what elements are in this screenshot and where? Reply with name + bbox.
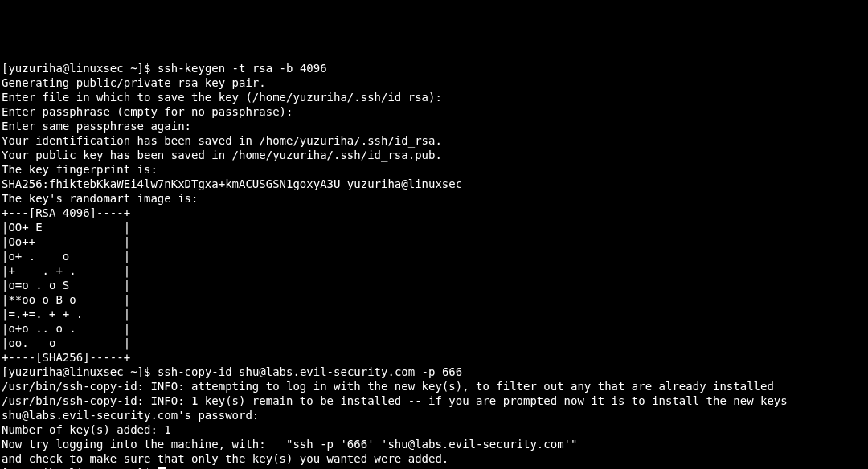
command-text: ssh-keygen -t rsa -b 4096 — [158, 62, 327, 75]
randomart-line: |o=o . o S | — [2, 278, 866, 292]
output-line: Your public key has been saved in /home/… — [2, 148, 866, 162]
randomart-line: |oo. o | — [2, 336, 866, 350]
command-text: ssh-copy-id shu@labs.evil-security.com -… — [158, 365, 462, 378]
shell-prompt: [yuzuriha@linuxsec ~]$ — [2, 62, 158, 75]
randomart-line: |o+ . o | — [2, 249, 866, 263]
randomart-line: |**oo o B o | — [2, 292, 866, 307]
output-line: Number of key(s) added: 1 — [2, 422, 866, 437]
output-line: Enter file in which to save the key (/ho… — [2, 90, 866, 104]
randomart-line: +---[RSA 4096]----+ — [2, 206, 866, 220]
output-line: Enter same passphrase again: — [2, 119, 866, 133]
shell-prompt: [yuzuriha@linuxsec ~]$ — [2, 365, 158, 378]
randomart-line: |OO+ E | — [2, 220, 866, 234]
output-line: The key fingerprint is: — [2, 162, 866, 177]
output-line: Generating public/private rsa key pair. — [2, 75, 866, 90]
output-line: Enter passphrase (empty for no passphras… — [2, 104, 866, 119]
output-line: Now try logging into the machine, with: … — [2, 437, 866, 451]
output-line: shu@labs.evil-security.com's password: — [2, 408, 866, 422]
randomart-line: |+ . + . | — [2, 263, 866, 278]
output-line: and check to make sure that only the key… — [2, 451, 866, 466]
output-line: /usr/bin/ssh-copy-id: INFO: attempting t… — [2, 379, 866, 394]
randomart-line: |=.+=. + + . | — [2, 307, 866, 321]
randomart-line: |Oo++ | — [2, 234, 866, 249]
randomart-line: |o+o .. o . | — [2, 321, 866, 336]
randomart-line: +----[SHA256]-----+ — [2, 350, 866, 365]
output-line: /usr/bin/ssh-copy-id: INFO: 1 key(s) rem… — [2, 394, 866, 408]
output-line: The key's randomart image is: — [2, 191, 866, 206]
output-line: Your identification has been saved in /h… — [2, 133, 866, 148]
terminal-output[interactable]: [yuzuriha@linuxsec ~]$ ssh-keygen -t rsa… — [2, 61, 866, 469]
output-line: SHA256:fhiktebKkaWEi4lw7nKxDTgxa+kmACUSG… — [2, 177, 866, 191]
